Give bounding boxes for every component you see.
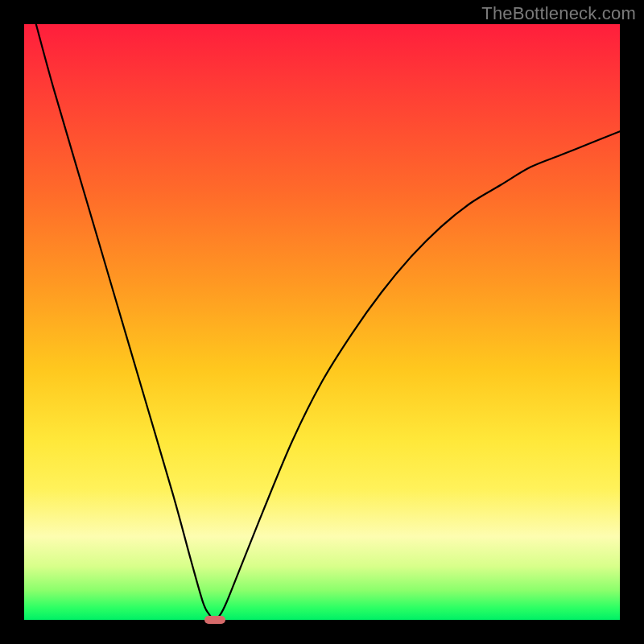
chart-frame: TheBottleneck.com <box>0 0 644 644</box>
plot-area <box>24 24 620 620</box>
minimum-marker <box>204 616 225 624</box>
watermark-text: TheBottleneck.com <box>481 3 636 24</box>
bottleneck-curve <box>24 24 620 620</box>
